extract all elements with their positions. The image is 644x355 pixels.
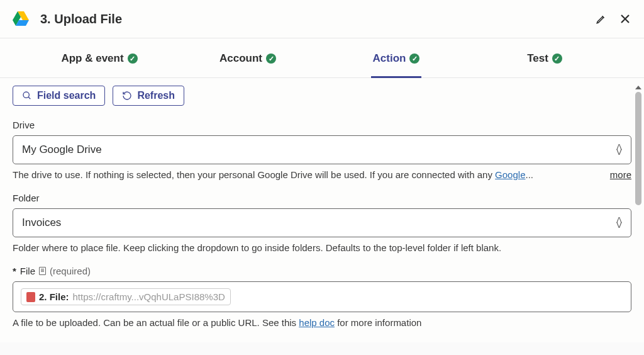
tab-label: Action xyxy=(373,52,406,65)
check-icon: ✓ xyxy=(409,54,419,64)
field-file: * File (required) 2. File: https://craft… xyxy=(13,266,631,328)
edit-icon[interactable] xyxy=(595,13,608,25)
app-icon xyxy=(26,292,35,302)
svg-line-4 xyxy=(28,97,30,99)
tab-account[interactable]: Account ✓ xyxy=(174,38,322,77)
field-label: * File (required) xyxy=(13,266,631,276)
check-icon: ✓ xyxy=(128,54,138,64)
button-label: Refresh xyxy=(137,90,175,101)
field-drive: Drive My Google Drive ᐱᐯ The drive to us… xyxy=(13,120,631,180)
field-help: A file to be uploaded. Can be an actual … xyxy=(13,317,631,328)
scrollbar[interactable] xyxy=(634,86,643,337)
tab-label: Test xyxy=(527,52,548,65)
scroll-up-icon[interactable] xyxy=(635,86,641,89)
refresh-icon xyxy=(122,91,132,101)
folder-select[interactable]: Invoices ᐱᐯ xyxy=(13,208,631,237)
refresh-button[interactable]: Refresh xyxy=(113,86,184,106)
help-text: for more information xyxy=(335,317,421,328)
step-title: 3. Upload File xyxy=(40,12,584,26)
check-icon: ✓ xyxy=(552,54,562,64)
field-folder: Folder Invoices ᐱᐯ Folder where to place… xyxy=(13,193,631,253)
google-link[interactable]: Google xyxy=(495,169,525,180)
scroll-thumb[interactable] xyxy=(635,92,641,205)
select-value: Invoices xyxy=(22,217,61,229)
token-value: https://craftmy...vQqhULaPSI88%3D xyxy=(73,291,225,302)
drive-select[interactable]: My Google Drive ᐱᐯ xyxy=(13,135,631,164)
tab-action[interactable]: Action ✓ xyxy=(322,38,470,77)
field-label: Drive xyxy=(13,120,631,130)
help-text: The drive to use. If nothing is selected… xyxy=(13,169,495,180)
step-header: 3. Upload File xyxy=(0,0,644,38)
mapped-value-token[interactable]: 2. File: https://craftmy...vQqhULaPSI88%… xyxy=(21,288,231,305)
search-icon xyxy=(22,91,32,101)
close-icon[interactable] xyxy=(619,13,631,25)
help-text: A file to be uploaded. Can be an actual … xyxy=(13,317,299,328)
required-annot: (required) xyxy=(50,266,91,276)
file-input[interactable]: 2. File: https://craftmy...vQqhULaPSI88%… xyxy=(13,281,631,312)
field-help: The drive to use. If nothing is selected… xyxy=(13,169,591,180)
document-icon xyxy=(39,267,46,275)
step-tabs: App & event ✓ Account ✓ Action ✓ Test ✓ xyxy=(0,38,644,78)
tab-label: Account xyxy=(219,52,262,65)
action-form: Field search Refresh Drive My Google Dri… xyxy=(0,78,644,342)
token-label: 2. File: xyxy=(39,291,69,302)
field-help: Folder where to place file. Keep clickin… xyxy=(13,242,631,253)
label-text: File xyxy=(20,266,35,276)
chevron-updown-icon: ᐱᐯ xyxy=(616,145,622,155)
help-text: ... xyxy=(525,169,533,180)
tab-label: App & event xyxy=(61,52,123,65)
check-icon: ✓ xyxy=(266,54,276,64)
tab-test[interactable]: Test ✓ xyxy=(470,38,619,77)
help-doc-link[interactable]: help doc xyxy=(299,317,335,328)
tab-app-event[interactable]: App & event ✓ xyxy=(25,38,174,77)
more-link[interactable]: more xyxy=(610,169,631,180)
google-drive-icon xyxy=(13,11,29,26)
required-mark: * xyxy=(13,266,16,276)
form-toolbar: Field search Refresh xyxy=(13,86,631,106)
field-label: Folder xyxy=(13,193,631,203)
chevron-updown-icon: ᐱᐯ xyxy=(616,218,622,228)
button-label: Field search xyxy=(37,90,96,101)
svg-point-3 xyxy=(23,92,29,98)
field-search-button[interactable]: Field search xyxy=(13,86,105,106)
select-value: My Google Drive xyxy=(22,144,102,156)
